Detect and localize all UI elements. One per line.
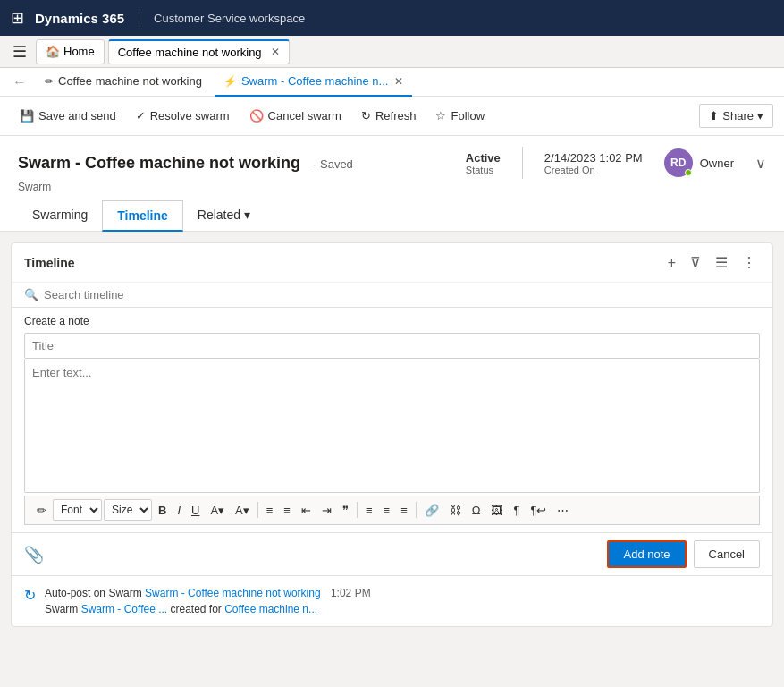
toolbar-divider3 [416, 502, 417, 518]
follow-button[interactable]: ☆ Follow [426, 102, 493, 131]
subtab1-label: Coffee machine not working [58, 74, 202, 88]
rtl-button[interactable]: ¶↩ [526, 499, 551, 521]
outdent-button[interactable]: ⇤ [297, 499, 316, 521]
link-button[interactable]: 🔗 [420, 499, 443, 521]
align-block-button[interactable]: ≡ [396, 499, 412, 521]
record-type: Swarm [18, 181, 766, 193]
align-center-button[interactable]: ≡ [361, 499, 377, 521]
size-select[interactable]: Size [104, 499, 152, 521]
refresh-label: Refresh [375, 109, 417, 123]
save-send-button[interactable]: 💾 Save and send [11, 102, 125, 131]
nav-tabs: Swarming Timeline Related ▾ [18, 200, 766, 231]
auto-post-link3[interactable]: Coffee machine n... [224, 603, 317, 615]
timeline-actions: + ⊽ ☰ ⋮ [664, 252, 760, 273]
subtab2-icon: ⚡ [223, 75, 237, 88]
record-title: Swarm - Coffee machine not working [18, 154, 300, 173]
underline-button[interactable]: U [187, 499, 204, 521]
avatar: RD [664, 148, 693, 177]
subtab-coffee[interactable]: ✏ Coffee machine not working [36, 68, 211, 97]
record-date-section: 2/14/2023 1:02 PM Created On [544, 151, 643, 175]
cancel-swarm-label: Cancel swarm [268, 109, 341, 123]
align-justify-button[interactable]: ≡ [379, 499, 395, 521]
toolbar-divider2 [357, 502, 358, 518]
home-tab[interactable]: 🏠 Home [36, 39, 105, 64]
create-note-section: Create a note ✏ Font Size B I U A▾ A▾ ≡ … [12, 308, 772, 532]
page-tab-close[interactable]: ✕ [271, 46, 280, 58]
note-action-buttons: Add note Cancel [607, 540, 760, 568]
auto-post-link1[interactable]: Swarm - Coffee machine not working [145, 587, 321, 599]
record-status-label: Status [466, 165, 501, 175]
toolbar-divider1 [257, 502, 258, 518]
workspace-label: Customer Service workspace [154, 12, 305, 25]
record-saved-label: - Saved [313, 157, 353, 171]
grid-icon[interactable]: ⊞ [11, 8, 24, 28]
tab-timeline[interactable]: Timeline [102, 200, 183, 232]
note-title-input[interactable] [24, 333, 760, 359]
related-tab-label: Related [198, 208, 240, 222]
highlight-button[interactable]: A▾ [206, 499, 229, 521]
indent-button[interactable]: ⇥ [317, 499, 336, 521]
search-icon: 🔍 [24, 288, 38, 301]
subtab2-label: Swarm - Coffee machine n... [241, 74, 389, 88]
tabbar2: ← ✏ Coffee machine not working ⚡ Swarm -… [0, 68, 784, 97]
tabbar1: ☰ 🏠 Home Coffee machine not working ✕ [0, 36, 784, 68]
bold-button[interactable]: B [154, 499, 171, 521]
subtab2-close[interactable]: ✕ [394, 75, 403, 88]
auto-post-icon: ↻ [24, 587, 36, 604]
app-title: Dynamics 365 [35, 11, 124, 26]
attach-button[interactable]: 📎 [24, 545, 44, 564]
cancel-note-button[interactable]: Cancel [694, 540, 760, 568]
align-right-button[interactable]: ≡ [279, 499, 295, 521]
special-chars-button[interactable]: Ω [468, 499, 485, 521]
main-content: Timeline + ⊽ ☰ ⋮ 🔍 Create a note ✏ Font [0, 232, 784, 679]
resolve-swarm-label: Resolve swarm [150, 109, 230, 123]
record-owner-section: RD Owner [664, 148, 734, 177]
note-text-area[interactable] [24, 359, 760, 493]
font-select[interactable]: Font [53, 499, 102, 521]
add-timeline-button[interactable]: + [664, 253, 679, 273]
record-date-value: 2/14/2023 1:02 PM [544, 151, 643, 165]
auto-post-link2[interactable]: Swarm - Coffee ... [81, 603, 167, 615]
unlink-button[interactable]: ⛓ [445, 499, 466, 521]
image-button[interactable]: 🖼 [486, 499, 507, 521]
record-status-value: Active [466, 151, 501, 165]
share-button[interactable]: ⬆ Share ▾ [699, 104, 773, 128]
auto-post-time: 1:02 PM [331, 587, 371, 599]
font-color-button[interactable]: A▾ [231, 499, 254, 521]
follow-icon: ☆ [435, 109, 446, 123]
expand-button[interactable]: ∨ [755, 155, 766, 172]
resolve-swarm-button[interactable]: ✓ Resolve swarm [127, 102, 239, 131]
cancel-icon: 🚫 [249, 109, 264, 123]
hamburger-button[interactable]: ☰ [7, 38, 32, 65]
create-note-label: Create a note [24, 315, 760, 327]
more-rt-button[interactable]: ⋯ [552, 499, 573, 521]
page-tab-coffee[interactable]: Coffee machine not working ✕ [108, 39, 290, 64]
home-tab-label: Home [63, 45, 95, 58]
filter-timeline-button[interactable]: ⊽ [687, 252, 704, 273]
align-left-button[interactable]: ≡ [262, 499, 278, 521]
more-timeline-button[interactable]: ⋮ [738, 252, 760, 273]
sort-timeline-button[interactable]: ☰ [712, 252, 731, 273]
avatar-initials: RD [670, 157, 686, 169]
auto-post-text: Auto-post on Swarm Swarm - Coffee machin… [45, 585, 371, 617]
record-status-section: Active Status [466, 151, 501, 175]
auto-post-section: ↻ Auto-post on Swarm Swarm - Coffee mach… [12, 575, 772, 626]
back-button[interactable]: ← [7, 72, 32, 92]
paragraph-button[interactable]: ¶ [509, 499, 524, 521]
tab-swarming[interactable]: Swarming [18, 200, 102, 231]
share-chevron-icon: ▾ [757, 109, 763, 123]
refresh-icon: ↻ [361, 109, 371, 123]
add-note-button[interactable]: Add note [607, 540, 686, 568]
subtab-swarm[interactable]: ⚡ Swarm - Coffee machine n... ✕ [215, 68, 413, 97]
share-label: Share [722, 109, 754, 123]
tab-related[interactable]: Related ▾ [183, 200, 265, 231]
timeline-card: Timeline + ⊽ ☰ ⋮ 🔍 Create a note ✏ Font [11, 242, 773, 627]
refresh-button[interactable]: ↻ Refresh [352, 102, 426, 131]
italic-button[interactable]: I [173, 499, 185, 521]
cancel-swarm-button[interactable]: 🚫 Cancel swarm [240, 102, 350, 131]
topbar: ⊞ Dynamics 365 Customer Service workspac… [0, 0, 784, 36]
timeline-tab-label: Timeline [117, 208, 168, 223]
pencil-icon[interactable]: ✏ [32, 499, 51, 521]
search-timeline-input[interactable] [44, 288, 760, 301]
quote-button[interactable]: ❞ [338, 499, 353, 521]
